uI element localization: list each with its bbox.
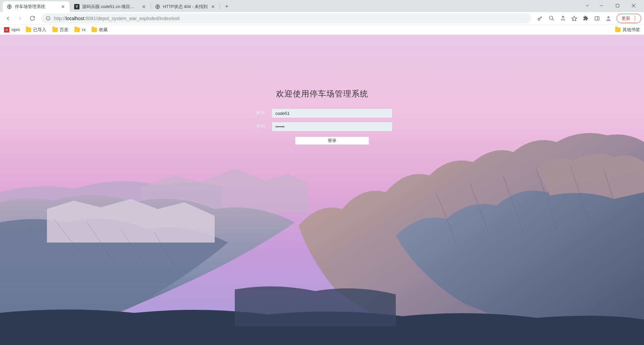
svg-point-15	[607, 16, 610, 18]
nav-reload-button[interactable]	[27, 13, 38, 24]
bookmark-item[interactable]: rx	[74, 27, 86, 32]
bookmark-label: 收藏	[99, 27, 108, 33]
tab-separator	[220, 3, 220, 9]
share-icon[interactable]	[557, 13, 568, 24]
browser-tab[interactable]: Y 源码乐园 code51.cn-项目论文代 ✕	[70, 1, 151, 12]
npm-icon: n	[4, 27, 9, 32]
browser-toolbar: http://localhost:8081/depot_system_war_e…	[0, 12, 644, 25]
update-label: 更新	[622, 15, 630, 21]
bookmark-label: npm	[11, 27, 20, 32]
username-input[interactable]	[272, 109, 392, 118]
bookmark-item[interactable]: 百度	[52, 27, 68, 33]
bookmark-item[interactable]: 收藏	[92, 27, 108, 33]
folder-icon	[74, 27, 80, 32]
bookmark-item[interactable]: nnpm	[4, 27, 20, 32]
window-close-button[interactable]	[626, 1, 641, 11]
bookmark-item[interactable]: 已导入	[26, 27, 46, 33]
address-bar[interactable]: http://localhost:8081/depot_system_war_e…	[41, 13, 531, 23]
bookmark-label: 其他书签	[623, 27, 640, 33]
zoom-icon[interactable]	[546, 13, 557, 24]
svg-rect-13	[595, 16, 599, 20]
tab-title: HTTP状态 404 - 未找到	[163, 4, 208, 10]
globe-icon	[7, 4, 12, 9]
svg-marker-12	[572, 16, 577, 21]
folder-icon	[52, 27, 58, 32]
form-row-password: 密码	[252, 122, 392, 131]
extensions-icon[interactable]	[580, 13, 591, 24]
tab-title: 停车场管理系统	[15, 4, 58, 10]
tab-search-icon[interactable]	[582, 1, 593, 11]
folder-icon	[26, 27, 31, 32]
page-viewport: 欢迎使用停车场管理系统 账号 密码 登录	[0, 35, 644, 345]
tab-title: 源码乐园 code51.cn-项目论文代	[82, 4, 139, 10]
new-tab-button[interactable]: ＋	[222, 1, 231, 11]
bookmark-label: 百度	[60, 27, 68, 33]
other-bookmarks[interactable]: 其他书签	[615, 27, 640, 33]
login-button[interactable]: 登录	[295, 137, 369, 145]
login-panel: 欢迎使用停车场管理系统 账号 密码 登录	[252, 88, 392, 145]
password-input[interactable]	[272, 122, 392, 131]
bookmarks-bar: nnpm 已导入 百度 rx 收藏 其他书签	[0, 25, 644, 35]
globe-icon	[155, 4, 160, 9]
site-icon: Y	[74, 4, 79, 9]
svg-rect-3	[616, 4, 619, 7]
close-icon[interactable]: ✕	[60, 4, 66, 9]
password-key-icon[interactable]	[535, 13, 545, 24]
nav-back-button[interactable]	[3, 13, 13, 24]
bookmark-star-icon[interactable]	[569, 13, 580, 24]
username-label: 账号	[252, 110, 265, 116]
close-icon[interactable]: ✕	[141, 4, 147, 9]
menu-dots-icon: ⋮	[632, 16, 638, 21]
sidepanel-icon[interactable]	[592, 13, 602, 24]
url-text: http://localhost:8081/depot_system_war_e…	[54, 16, 527, 21]
window-minimize-button[interactable]	[594, 1, 609, 11]
bookmark-label: rx	[82, 27, 86, 32]
profile-avatar-icon[interactable]	[603, 13, 614, 24]
window-maximize-button[interactable]	[610, 1, 625, 11]
folder-icon	[615, 27, 621, 32]
browser-update-button[interactable]: 更新 ⋮	[616, 14, 641, 23]
svg-line-11	[552, 19, 553, 20]
page-title: 欢迎使用停车场管理系统	[252, 88, 392, 99]
nav-forward-button[interactable]	[15, 13, 25, 24]
info-icon	[46, 16, 51, 21]
form-row-username: 账号	[252, 109, 392, 118]
browser-tabstrip: 停车场管理系统 ✕ Y 源码乐园 code51.cn-项目论文代 ✕ HTTP状…	[0, 0, 644, 12]
svg-point-10	[549, 16, 553, 19]
browser-tab[interactable]: HTTP状态 404 - 未找到 ✕	[151, 1, 220, 12]
background-image	[0, 35, 644, 345]
folder-icon	[92, 27, 97, 32]
password-label: 密码	[252, 124, 265, 130]
bookmark-label: 已导入	[33, 27, 46, 33]
browser-tab-active[interactable]: 停车场管理系统 ✕	[3, 1, 70, 12]
close-icon[interactable]: ✕	[210, 4, 216, 9]
